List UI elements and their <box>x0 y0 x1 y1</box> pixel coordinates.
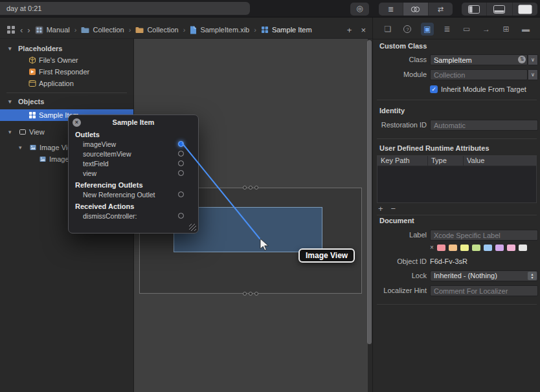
object-id-row: Object ID F6d-Fv-3sR <box>373 257 540 267</box>
panel-left-icon <box>468 5 480 14</box>
breadcrumb-label: Collection <box>93 26 124 34</box>
breadcrumb-separator: › <box>129 26 131 34</box>
clear-color-button[interactable]: × <box>430 245 434 251</box>
resize-knob[interactable] <box>243 186 247 190</box>
module-dropdown-button[interactable]: ∨ <box>528 69 538 80</box>
target-button[interactable]: ◎ <box>350 3 369 16</box>
lock-popup-button[interactable]: Inherited - (Nothing) ▲▼ <box>430 270 538 281</box>
object-id-value: F6d-Fv-3sR <box>430 257 467 267</box>
identity-header: Identity <box>379 107 405 115</box>
color-swatch[interactable] <box>449 245 457 251</box>
disclosure-triangle-icon[interactable]: ▾ <box>8 43 12 54</box>
close-icon[interactable]: × <box>73 118 81 127</box>
toggle-right-panel-button[interactable] <box>513 3 537 16</box>
identity-inspector-icon[interactable]: ▣ <box>421 23 434 36</box>
resize-knob[interactable] <box>254 186 258 190</box>
section-divider <box>377 215 537 215</box>
connection-well-icon[interactable] <box>178 191 184 197</box>
forward-button[interactable]: › <box>27 26 30 34</box>
breadcrumb-group[interactable]: Collection <box>81 26 124 34</box>
disclosure-triangle-icon[interactable]: ▾ <box>19 142 22 153</box>
color-swatch[interactable] <box>437 245 445 251</box>
activity-viewer: day at 0:21 <box>0 2 250 15</box>
size-inspector-icon[interactable]: ▭ <box>460 23 473 36</box>
add-editor-button[interactable]: + <box>347 26 352 34</box>
outline-section-objects[interactable]: ▾ Objects <box>0 96 133 107</box>
resize-knobs-top <box>243 186 258 190</box>
breadcrumb-current-item[interactable]: Sample Item <box>261 26 312 34</box>
section-label: Objects <box>18 96 44 107</box>
class-field[interactable] <box>430 54 528 65</box>
editor-arrows-button[interactable]: ⇄ <box>429 3 453 16</box>
connection-well-icon[interactable] <box>178 141 184 147</box>
inherit-module-checkbox[interactable]: ✓ <box>430 85 438 93</box>
outlet-row-imageview[interactable]: imageView <box>69 139 198 149</box>
toggle-left-panel-button[interactable] <box>462 3 487 16</box>
outline-item-label: Application <box>39 78 74 89</box>
outline-section-placeholders[interactable]: ▾ Placeholders <box>0 43 133 54</box>
inherit-module-label: Inherit Module From Target <box>441 85 526 94</box>
connections-popup[interactable]: × Sample Item Outlets imageView sourceIt… <box>68 114 199 234</box>
connection-well-icon[interactable] <box>178 170 184 176</box>
restoration-id-field[interactable] <box>430 120 538 131</box>
outlets-header: Outlets <box>75 130 192 139</box>
disclosure-triangle-icon[interactable]: ▾ <box>8 96 12 107</box>
color-swatch[interactable] <box>519 245 527 251</box>
document-label-field[interactable] <box>430 230 538 241</box>
outline-item-label: File's Owner <box>39 54 78 66</box>
outline-item-first-responder[interactable]: First Responder <box>0 66 133 78</box>
editor-list-button[interactable]: ≣ <box>379 3 403 16</box>
outlet-row-view[interactable]: view <box>69 168 198 178</box>
vertical-scrollbar[interactable] <box>367 40 372 344</box>
view-icon <box>19 128 27 136</box>
attributes-inspector-icon[interactable]: ≣ <box>440 23 453 36</box>
localizer-hint-field[interactable] <box>430 285 538 296</box>
toggle-bottom-panel-button[interactable] <box>487 3 512 16</box>
related-items-icon[interactable] <box>6 25 16 34</box>
breadcrumb-separator: › <box>183 26 186 34</box>
disclosure-triangle-icon[interactable]: ▾ <box>8 126 12 138</box>
connections-inspector-icon[interactable]: → <box>480 23 493 36</box>
file-inspector-icon[interactable]: ❏ <box>381 23 394 36</box>
resize-knob[interactable] <box>249 186 253 190</box>
resize-knob[interactable] <box>243 292 247 296</box>
editor-assistant-button[interactable] <box>403 3 428 16</box>
referencing-outlet-row[interactable]: New Referencing Outlet <box>69 190 198 199</box>
breadcrumb-project[interactable]: Manual <box>35 26 70 34</box>
class-dropdown-button[interactable]: ∨ <box>528 54 538 65</box>
close-editor-button[interactable]: × <box>361 26 366 34</box>
lock-popup-value: Inherited - (Nothing) <box>434 272 497 279</box>
label-label: Label <box>373 230 427 241</box>
color-swatch[interactable] <box>460 245 469 251</box>
question-mark-icon: ? <box>403 25 411 33</box>
color-swatch[interactable] <box>484 245 492 251</box>
received-action-row[interactable]: dismissController: <box>69 211 198 221</box>
outline-item-files-owner[interactable]: File's Owner <box>0 54 133 66</box>
outline-item-application[interactable]: Application <box>0 78 133 89</box>
breadcrumb-folder[interactable]: Collection <box>135 26 178 34</box>
module-field[interactable] <box>430 69 528 80</box>
resize-handle[interactable] <box>189 224 196 231</box>
connection-well-icon[interactable] <box>178 151 184 157</box>
breadcrumb-file[interactable]: SampleItem.xib <box>190 26 249 34</box>
color-swatch[interactable] <box>472 245 480 251</box>
outlet-row-textfield[interactable]: textField <box>69 158 198 168</box>
bindings-inspector-icon[interactable]: ⊞ <box>500 23 513 36</box>
section-divider <box>377 138 537 139</box>
connection-well-icon[interactable] <box>178 160 184 166</box>
color-swatch[interactable] <box>495 245 504 251</box>
add-attribute-button[interactable]: + <box>378 204 383 213</box>
color-swatch[interactable] <box>507 245 515 251</box>
resize-knob[interactable] <box>254 292 258 296</box>
document-label-row: Label <box>373 230 540 241</box>
class-stepper-icon[interactable]: ⇅ <box>518 56 526 63</box>
connection-well-icon[interactable] <box>178 213 184 219</box>
resize-knob[interactable] <box>249 292 253 296</box>
back-button[interactable]: ‹ <box>20 26 23 34</box>
media-inspector-icon[interactable]: ▬ <box>519 23 532 36</box>
remove-attribute-button[interactable]: − <box>391 204 396 213</box>
outlet-row-sourceitemview[interactable]: sourceItemView <box>69 149 198 158</box>
breadcrumb-label: Manual <box>47 26 70 34</box>
udra-table[interactable]: Key Path Type Value <box>377 155 537 203</box>
quick-help-icon[interactable]: ? <box>401 23 414 36</box>
